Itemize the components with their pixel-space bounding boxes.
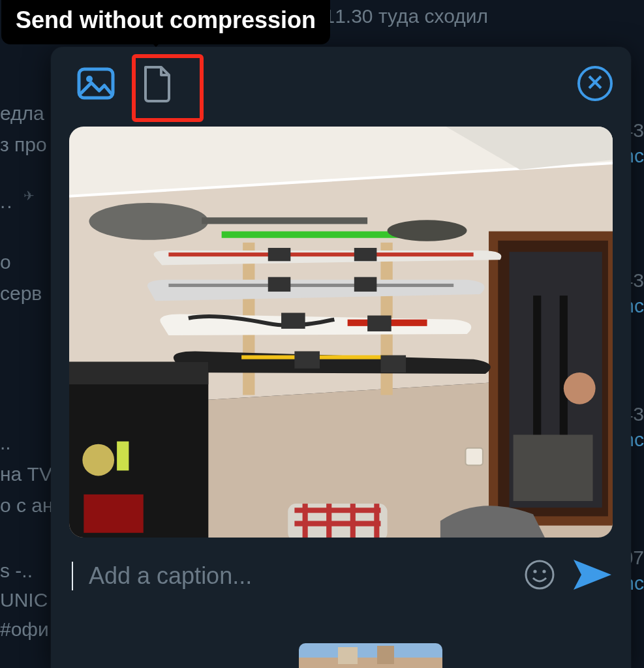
svg-point-48 <box>542 569 545 573</box>
text-cursor <box>72 562 73 590</box>
svg-rect-31 <box>367 316 391 331</box>
send-button[interactable] <box>572 557 613 595</box>
svg-rect-19 <box>202 217 367 224</box>
attachment-thumbnail-strip[interactable] <box>299 643 442 668</box>
svg-rect-26 <box>268 248 291 261</box>
photo-icon <box>77 67 115 100</box>
svg-rect-50 <box>299 658 442 668</box>
bg-left-block-5: s -..UNIC#офи <box>0 556 49 644</box>
svg-rect-36 <box>84 494 143 533</box>
send-as-photo-button[interactable] <box>72 59 120 108</box>
close-button[interactable] <box>577 66 613 101</box>
svg-point-1 <box>86 76 93 82</box>
svg-rect-22 <box>168 252 473 256</box>
svg-rect-27 <box>354 248 377 261</box>
bg-left-block-3: осерв <box>0 247 42 309</box>
caption-row <box>51 538 631 615</box>
svg-rect-29 <box>354 277 377 292</box>
svg-point-18 <box>89 203 208 240</box>
emoji-button[interactable] <box>521 558 558 594</box>
smile-icon <box>523 558 556 594</box>
svg-rect-32 <box>294 351 320 368</box>
svg-rect-35 <box>69 362 208 385</box>
caption-input[interactable] <box>89 562 507 590</box>
send-icon <box>572 583 613 594</box>
sent-status-icon: ✈ <box>23 188 35 204</box>
svg-point-47 <box>533 569 536 573</box>
preview-image-content <box>69 127 613 538</box>
svg-point-46 <box>526 561 553 588</box>
file-icon <box>142 65 173 102</box>
bg-left-block-1: едлаз про <box>0 98 47 160</box>
bg-left-block-2: .. <box>0 186 14 217</box>
bg-left-block-4: ..на TVо с ан <box>0 427 54 521</box>
svg-point-21 <box>388 220 467 241</box>
close-icon <box>587 74 604 93</box>
svg-rect-52 <box>377 646 394 664</box>
svg-rect-13 <box>514 434 593 501</box>
svg-point-14 <box>564 372 596 404</box>
svg-point-37 <box>82 444 114 476</box>
svg-rect-30 <box>281 313 305 329</box>
tooltip-send-without-compression: Send without compression <box>1 0 330 44</box>
svg-rect-15 <box>465 448 482 465</box>
svg-rect-51 <box>338 647 358 664</box>
svg-rect-28 <box>268 277 291 292</box>
image-preview[interactable] <box>69 127 613 538</box>
svg-rect-33 <box>380 356 406 372</box>
sheet-header <box>51 47 631 120</box>
svg-rect-0 <box>79 69 113 98</box>
media-send-sheet <box>51 47 631 668</box>
bg-message-top: цё в 11.30 туда сходил <box>281 5 644 27</box>
tooltip-text: Send without compression <box>16 7 316 33</box>
svg-rect-23 <box>168 284 453 287</box>
send-as-file-button[interactable] <box>133 59 181 108</box>
svg-rect-38 <box>117 442 129 471</box>
